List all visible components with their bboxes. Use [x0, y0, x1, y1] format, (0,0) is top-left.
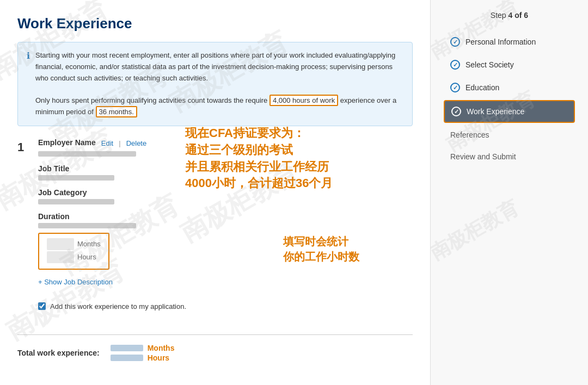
- info-text-1: Starting with your most recent employmen…: [35, 51, 395, 82]
- total-months-value: [111, 345, 143, 351]
- sidebar-label-work: Work Experience: [467, 107, 524, 116]
- highlight-hours: 4,000 hours of work: [270, 95, 338, 106]
- total-values: Months Hours: [111, 344, 175, 362]
- employer-number: 1: [17, 138, 28, 321]
- job-title-label: Job Title: [38, 164, 413, 173]
- sidebar-item-personal-info[interactable]: ✓ Personal Information: [444, 32, 575, 52]
- job-category-row: Job Category: [38, 188, 413, 204]
- employer-section: 1 Employer Name Edit | Delete Job Title …: [17, 138, 413, 321]
- main-content: 南极柜教育 南极柜教育 南极柜教育 南极柜教育 南极柜教育 南极柜教育 南极柜教…: [0, 0, 430, 385]
- total-hours-value: [111, 355, 143, 361]
- step-label: Step 4 of 6: [444, 11, 575, 20]
- show-job-container: + Show Job Description: [38, 277, 413, 295]
- job-category-value: [38, 199, 114, 204]
- sidebar: 南极柜教育 南极柜教育 南极柜教育 Step 4 of 6 ✓ Personal…: [430, 0, 588, 385]
- months-row: Months: [47, 238, 101, 250]
- sidebar-item-review-submit[interactable]: Review and Submit: [444, 147, 575, 166]
- duration-bar: [38, 223, 136, 228]
- job-category-label: Job Category: [38, 188, 413, 197]
- info-text-2: Only hours spent performing qualifying a…: [35, 96, 267, 104]
- sidebar-item-work-experience[interactable]: ✓ Work Experience: [444, 100, 575, 123]
- check-mark-society: ✓: [453, 61, 458, 69]
- check-icon-personal: ✓: [450, 37, 460, 47]
- delete-link[interactable]: Delete: [126, 139, 147, 147]
- employer-header: Employer Name Edit | Delete: [38, 138, 413, 149]
- job-title-row: Job Title: [38, 164, 413, 181]
- check-icon-education: ✓: [450, 83, 460, 92]
- job-title-value: [38, 175, 114, 181]
- duration-label: Duration: [38, 212, 413, 221]
- check-mark-education: ✓: [453, 84, 458, 91]
- sidebar-label-review: Review and Submit: [450, 152, 516, 161]
- employer-name-label: Employer Name: [38, 138, 96, 147]
- check-icon-society: ✓: [450, 60, 460, 70]
- edit-link[interactable]: Edit: [101, 139, 113, 147]
- sidebar-label-personal: Personal Information: [465, 38, 536, 46]
- add-experience-label: Add this work experience to my applicati…: [50, 302, 186, 311]
- hours-row: Hours: [47, 251, 101, 263]
- duration-box: Months Hours: [38, 233, 109, 270]
- hours-label: Hours: [77, 253, 96, 261]
- duration-inputs: Months Hours: [38, 233, 413, 270]
- check-mark-work: ✓: [454, 108, 459, 115]
- sidebar-item-select-society[interactable]: ✓ Select Society: [444, 54, 575, 75]
- check-icon-work: ✓: [451, 107, 461, 116]
- employer-name-row: Employer Name Edit | Delete: [38, 138, 413, 157]
- hours-input[interactable]: [47, 251, 74, 263]
- total-hours-unit: Hours: [148, 353, 169, 362]
- employer-name-value: [38, 151, 136, 157]
- highlight-months: 36 months.: [96, 106, 137, 117]
- total-months-row: Months: [111, 344, 175, 352]
- months-label: Months: [77, 240, 101, 248]
- step-text: Step: [491, 11, 509, 20]
- sidebar-item-references[interactable]: References: [444, 125, 575, 145]
- total-label: Total work experience:: [17, 349, 100, 357]
- add-experience-checkbox[interactable]: [38, 302, 46, 310]
- sidebar-label-references: References: [450, 131, 489, 139]
- total-months-unit: Months: [148, 344, 175, 352]
- checkbox-row: Add this work experience to my applicati…: [38, 302, 413, 311]
- sidebar-label-society: Select Society: [465, 60, 514, 69]
- sidebar-label-education: Education: [465, 83, 499, 92]
- info-text: Starting with your most recent employmen…: [35, 50, 403, 118]
- total-hours-row: Hours: [111, 353, 175, 362]
- months-input[interactable]: [47, 238, 74, 250]
- divider: [17, 334, 413, 335]
- sidebar-item-education[interactable]: ✓ Education: [444, 77, 575, 98]
- check-mark-personal: ✓: [453, 39, 458, 46]
- duration-section: Duration Months Hours: [38, 212, 413, 270]
- page-title: Work Experience: [17, 15, 413, 32]
- total-row: Total work experience: Months Hours: [17, 344, 413, 362]
- employer-form: Employer Name Edit | Delete Job Title Jo…: [38, 138, 413, 321]
- show-job-link[interactable]: + Show Job Description: [38, 278, 113, 286]
- step-number: 4 of 6: [509, 11, 529, 20]
- info-icon: ℹ: [27, 51, 30, 118]
- info-box: ℹ Starting with your most recent employm…: [17, 42, 413, 126]
